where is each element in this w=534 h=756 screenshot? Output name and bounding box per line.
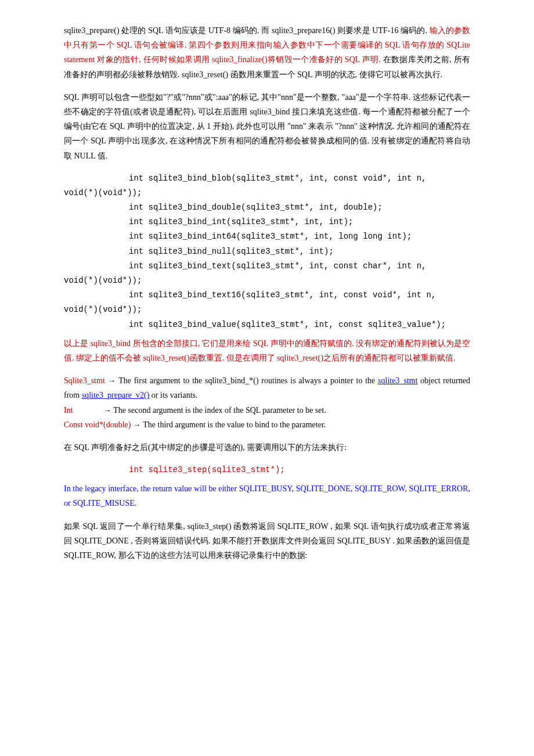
- code-line: int sqlite3_step(sqlite3_stmt*);: [64, 465, 285, 474]
- text-param: Int: [64, 406, 73, 415]
- code-line: int sqlite3_bind_null(sqlite3_stmt*, int…: [64, 247, 334, 256]
- arrow-icon: →: [133, 420, 141, 429]
- text-desc: The third argument is the value to bind …: [141, 420, 326, 429]
- paragraph-4: Sqlite3_stmt → The first argument to the…: [64, 373, 470, 432]
- code-line: int sqlite3_bind_text(sqlite3_stmt*, int…: [64, 261, 431, 271]
- paragraph-1: sqlite3_prepare() 处理的 SQL 语句应该是 UTF-8 编码…: [64, 23, 470, 82]
- text-param: Sqlite3_stmt: [64, 376, 108, 385]
- code-block-bind: int sqlite3_bind_blob(sqlite3_stmt*, int…: [64, 171, 470, 332]
- paragraph-2: SQL 声明可以包含一些型如"?"或"?nnn"或":aaa"的标记, 其中"n…: [64, 90, 470, 163]
- text-param: Const void*(double): [64, 420, 133, 429]
- arrow-icon: →: [103, 406, 111, 415]
- code-line: int sqlite3_bind_double(sqlite3_stmt*, i…: [64, 203, 383, 212]
- text-desc: or its variants.: [149, 391, 197, 399]
- paragraph-7: 如果 SQL 返回了一个单行结果集, sqlite3_step() 函数将返回 …: [64, 519, 470, 563]
- link-sqlite3-prepare-v2[interactable]: sqlite3_prepare_v2(): [82, 391, 150, 399]
- text-desc: The first argument to the sqlite3_bind_*…: [116, 376, 378, 385]
- code-line: int sqlite3_bind_blob(sqlite3_stmt*, int…: [64, 174, 431, 183]
- text-desc: The second argument is the index of the …: [111, 406, 326, 415]
- code-line: void(*)(void*));: [64, 273, 470, 288]
- text-pad: [73, 406, 104, 415]
- code-line: int sqlite3_bind_text16(sqlite3_stmt*, i…: [64, 290, 441, 300]
- paragraph-5: 在 SQL 声明准备好之后(其中绑定的步骤是可选的), 需要调用以下的方法来执行…: [64, 440, 470, 455]
- code-line: void(*)(void*));: [64, 303, 470, 317]
- paragraph-3: 以上是 sqlite3_bind 所包含的全部接口, 它们是用来给 SQL 声明…: [64, 336, 470, 365]
- code-line: int sqlite3_bind_int64(sqlite3_stmt*, in…: [64, 232, 412, 241]
- code-line: void(*)(void*));: [64, 186, 470, 200]
- paragraph-6: In the legacy interface, the return valu…: [64, 481, 470, 510]
- code-block-step: int sqlite3_step(sqlite3_stmt*);: [64, 463, 470, 477]
- text-plain: sqlite3_prepare() 处理的 SQL 语句应该是 UTF-8 编码…: [64, 26, 430, 35]
- link-sqlite3-stmt[interactable]: sqlite3_stmt: [378, 376, 417, 385]
- code-line: int sqlite3_bind_value(sqlite3_stmt*, in…: [64, 320, 446, 329]
- arrow-icon: →: [108, 376, 116, 385]
- code-line: int sqlite3_bind_int(sqlite3_stmt*, int,…: [64, 217, 353, 226]
